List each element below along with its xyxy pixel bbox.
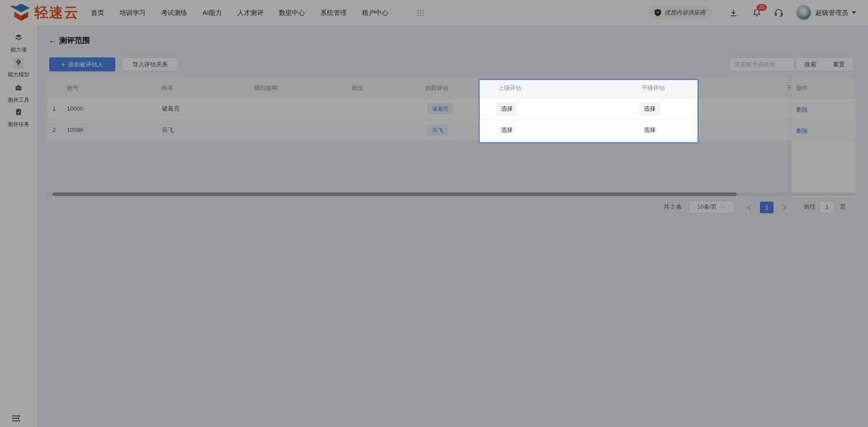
app-root: 轻速云 首页 培训学习 考试测练 AI能力 人才测评 数据中心 系统管理 租户中…	[0, 0, 868, 427]
table-header: 账号 姓名 组织架构 岗位 自我评估 上级评估 平级评估 下级评估	[47, 78, 855, 99]
col-organization: 组织架构	[254, 78, 278, 99]
chevron-down-icon	[721, 203, 726, 208]
col-peer-assessment: 平级评估	[642, 78, 665, 99]
page-size-select[interactable]: 10条/页	[689, 201, 734, 213]
supplier-badge-label: 优质内容供应商	[665, 9, 706, 17]
col-name: 姓名	[162, 78, 174, 99]
prev-page-button[interactable]	[744, 202, 755, 213]
toolbox-icon	[14, 83, 24, 94]
table-row: 1 10000 诸葛亮 诸葛亮 选择 选择	[47, 99, 855, 120]
next-page-button[interactable]	[778, 202, 790, 213]
sidebar-item-ability[interactable]: 能力项	[0, 33, 37, 54]
sidebar-item-label: 能力模型	[0, 71, 37, 79]
cell-name: 岳飞	[162, 120, 174, 141]
delete-link[interactable]: 删除	[796, 127, 808, 134]
navbar-right: 优质内容供应商 25	[648, 5, 857, 20]
notification-count-badge: 25	[757, 4, 767, 11]
action-cell: 删除	[791, 99, 855, 120]
shield-icon	[654, 9, 661, 17]
sidebar-item-label: 能力项	[0, 46, 37, 54]
top-navbar: 轻速云 首页 培训学习 考试测练 AI能力 人才测评 数据中心 系统管理 租户中…	[0, 0, 868, 25]
goto-label: 前往	[804, 201, 816, 213]
menu-item-training[interactable]: 培训学习	[119, 9, 146, 17]
search-button-group: 搜索 重置	[796, 57, 854, 71]
sidebar-item-ability-model[interactable]: 能力模型	[0, 57, 37, 79]
menu-item-home[interactable]: 首页	[91, 9, 104, 17]
import-relations-label: 导入评估关系	[132, 61, 168, 69]
pagination-total: 共 2 条	[664, 201, 682, 213]
chevron-right-icon	[781, 205, 786, 210]
divider	[47, 50, 855, 50]
user-name[interactable]: 超级管理员	[816, 9, 849, 17]
add-assessee-button[interactable]: + 添加被评估人	[49, 57, 115, 71]
user-avatar[interactable]	[796, 5, 811, 20]
current-page-button[interactable]: 1	[760, 202, 774, 213]
goto-page-unit: 页	[840, 201, 846, 213]
headset-icon[interactable]	[774, 8, 783, 18]
menu-item-talent-assessment[interactable]: 人才测评	[237, 9, 264, 17]
menu-item-ai[interactable]: AI能力	[203, 9, 222, 17]
superior-select-link[interactable]: 选择	[496, 102, 517, 116]
menu-item-data-center[interactable]: 数据中心	[279, 9, 305, 17]
model-icon	[14, 57, 24, 69]
self-assessment-tag[interactable]: 诸葛亮	[428, 103, 453, 114]
logo[interactable]: 轻速云	[10, 2, 79, 23]
apps-grid-icon[interactable]	[417, 9, 424, 16]
col-account: 账号	[67, 78, 79, 99]
fixed-action-column: 操作 删除 删除	[791, 78, 855, 197]
chevron-down-icon	[852, 11, 856, 14]
cell-account: 10000	[67, 99, 83, 119]
plus-icon: +	[61, 61, 66, 68]
page-header: ← 测评范围	[49, 35, 90, 46]
menu-item-system-management[interactable]: 系统管理	[321, 9, 347, 17]
logo-icon	[10, 2, 31, 23]
col-actions: 操作	[791, 78, 855, 99]
col-post: 岗位	[352, 78, 363, 99]
superior-select-link[interactable]: 选择	[496, 123, 517, 137]
sidebar-item-assessment-tasks[interactable]: 测评任务	[0, 107, 37, 128]
search-button[interactable]: 搜索	[796, 58, 825, 71]
cell-account: 10086	[67, 120, 83, 141]
notification-bell-icon[interactable]: 25	[752, 8, 761, 17]
row-index: 2	[52, 120, 56, 141]
horizontal-scrollbar-thumb[interactable]	[52, 192, 737, 196]
table-row: 2 10086 岳飞 岳飞 选择 选择	[47, 120, 855, 141]
import-relations-button[interactable]: 导入评估关系	[122, 57, 179, 71]
goto-page-input[interactable]	[819, 201, 835, 213]
sidebar: 能力项 能力模型 测评工具	[0, 25, 38, 427]
reset-button[interactable]: 重置	[825, 58, 853, 71]
peer-select-link[interactable]: 选择	[639, 102, 660, 116]
menu-item-exam[interactable]: 考试测练	[161, 9, 187, 17]
download-icon[interactable]	[729, 9, 738, 17]
self-assessment-tag[interactable]: 岳飞	[428, 125, 448, 136]
sidebar-item-label: 测评任务	[0, 121, 37, 128]
delete-link[interactable]: 删除	[796, 106, 808, 113]
back-arrow-icon[interactable]: ←	[49, 36, 57, 45]
logo-text: 轻速云	[34, 3, 79, 22]
sidebar-item-label: 测评工具	[0, 96, 37, 104]
cube-icon	[14, 33, 24, 44]
cell-name: 诸葛亮	[162, 99, 179, 119]
peer-select-link[interactable]: 选择	[639, 123, 660, 137]
add-assessee-label: 添加被评估人	[68, 61, 103, 69]
page-title: 测评范围	[59, 35, 90, 46]
sidebar-item-assessment-tools[interactable]: 测评工具	[0, 83, 37, 104]
page-size-value: 10条/页	[697, 203, 717, 211]
chevron-left-icon	[748, 205, 753, 210]
search-input[interactable]	[729, 57, 795, 71]
menu-item-tenant-center[interactable]: 租户中心	[362, 9, 388, 17]
row-index: 1	[52, 99, 56, 119]
main-menu: 首页 培训学习 考试测练 AI能力 人才测评 数据中心 系统管理 租户中心	[91, 9, 424, 17]
supplier-badge: 优质内容供应商	[648, 6, 712, 19]
col-self-assessment: 自我评估	[425, 78, 448, 99]
collapse-menu-icon[interactable]	[12, 415, 21, 424]
col-superior-assessment: 上级评估	[498, 78, 522, 99]
task-icon	[14, 107, 24, 119]
action-cell: 删除	[791, 120, 855, 141]
